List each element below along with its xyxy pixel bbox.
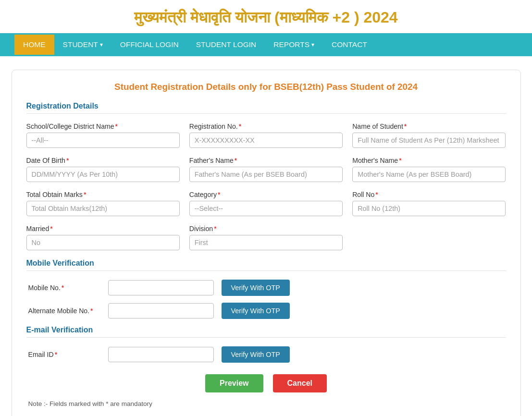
reg-no-label: Registration No.* — [189, 122, 343, 130]
married-label: Married* — [26, 225, 180, 232]
dob-label: Date Of Birth* — [26, 157, 180, 164]
form-row-1: School/College District Name* Registrati… — [26, 122, 506, 148]
email-input[interactable] — [108, 347, 214, 362]
category-group: Category* — [189, 191, 343, 216]
total-marks-group: Total Obtain Marks* — [26, 191, 180, 216]
roll-no-label: Roll No* — [352, 191, 506, 198]
reports-caret-icon: ▾ — [311, 41, 314, 48]
empty-group — [352, 225, 506, 250]
married-input[interactable] — [26, 235, 180, 250]
mobile-label: Mobile No.* — [28, 284, 100, 292]
alt-mobile-row: Alternate Mobile No.* Verify With OTP — [26, 303, 506, 319]
fathers-name-label: Father's Name* — [189, 157, 343, 164]
mobile-section: Mobile Verification Mobile No.* Verify W… — [26, 259, 506, 319]
category-label: Category* — [189, 191, 343, 198]
mobile-input[interactable] — [108, 280, 214, 295]
registration-card: Student Registration Details only for BS… — [12, 70, 521, 416]
email-section-title: E-mail Verification — [26, 326, 506, 338]
district-label: School/College District Name* — [26, 122, 180, 130]
nav-contact[interactable]: CONTACT — [323, 35, 376, 55]
email-row: Email ID* Verify With OTP — [26, 346, 506, 363]
header: मुख्यमंत्री मेधावृति योजना (माध्यमिक +2 … — [0, 0, 532, 33]
division-group: Division* — [189, 225, 343, 250]
registration-section: Registration Details School/College Dist… — [26, 102, 506, 250]
registration-section-title: Registration Details — [26, 102, 506, 114]
married-group: Married* — [26, 225, 180, 250]
alt-mobile-input[interactable] — [108, 303, 214, 318]
email-section: E-mail Verification Email ID* Verify Wit… — [26, 326, 506, 363]
nav-student-login[interactable]: STUDENT LOGIN — [187, 35, 265, 55]
email-label: Email ID* — [28, 351, 100, 358]
roll-no-group: Roll No* — [352, 191, 506, 216]
district-input[interactable] — [26, 133, 180, 148]
main-content: Student Registration Details only for BS… — [0, 56, 532, 416]
mothers-name-label: Mother's Name* — [352, 157, 506, 164]
alt-mobile-verify-button[interactable]: Verify With OTP — [222, 303, 290, 319]
preview-button[interactable]: Preview — [205, 374, 263, 392]
email-verify-button[interactable]: Verify With OTP — [222, 346, 290, 363]
page-title: मुख्यमंत्री मेधावृति योजना (माध्यमिक +2 … — [5, 9, 527, 26]
nav-reports[interactable]: REPORTS ▾ — [265, 35, 323, 55]
nav-home[interactable]: HOME — [14, 35, 54, 55]
mobile-verify-button[interactable]: Verify With OTP — [222, 280, 290, 296]
dob-group: Date Of Birth* — [26, 157, 180, 182]
fathers-name-input[interactable] — [189, 167, 343, 182]
student-caret-icon: ▾ — [100, 41, 103, 48]
mothers-name-group: Mother's Name* — [352, 157, 506, 182]
division-input[interactable] — [189, 235, 343, 250]
footer-note: Note :- Fields marked with * are mandato… — [26, 400, 506, 407]
form-row-2: Date Of Birth* Father's Name* Mother's N… — [26, 157, 506, 182]
student-name-input[interactable] — [352, 133, 506, 148]
alt-mobile-label: Alternate Mobile No.* — [28, 307, 100, 315]
district-group: School/College District Name* — [26, 122, 180, 148]
fathers-name-group: Father's Name* — [189, 157, 343, 182]
nav-official-login[interactable]: OFFICIAL LOGIN — [111, 35, 187, 55]
action-row: Preview Cancel — [26, 374, 506, 392]
category-input[interactable] — [189, 201, 343, 216]
mothers-name-input[interactable] — [352, 167, 506, 182]
form-row-4: Married* Division* — [26, 225, 506, 250]
mobile-row: Mobile No.* Verify With OTP — [26, 280, 506, 296]
student-name-label: Name of Student* — [352, 122, 506, 130]
reg-no-group: Registration No.* — [189, 122, 343, 148]
form-row-3: Total Obtain Marks* Category* Roll No* — [26, 191, 506, 216]
cancel-button[interactable]: Cancel — [273, 374, 327, 392]
card-title: Student Registration Details only for BS… — [26, 82, 506, 92]
dob-input[interactable] — [26, 167, 180, 182]
mobile-section-title: Mobile Verification — [26, 259, 506, 271]
reg-no-input[interactable] — [189, 133, 343, 148]
roll-no-input[interactable] — [352, 201, 506, 216]
nav-student[interactable]: STUDENT ▾ — [54, 35, 111, 55]
total-marks-input[interactable] — [26, 201, 180, 216]
student-name-group: Name of Student* — [352, 122, 506, 148]
division-label: Division* — [189, 225, 343, 232]
total-marks-label: Total Obtain Marks* — [26, 191, 180, 198]
navbar: HOME STUDENT ▾ OFFICIAL LOGIN STUDENT LO… — [0, 33, 532, 56]
